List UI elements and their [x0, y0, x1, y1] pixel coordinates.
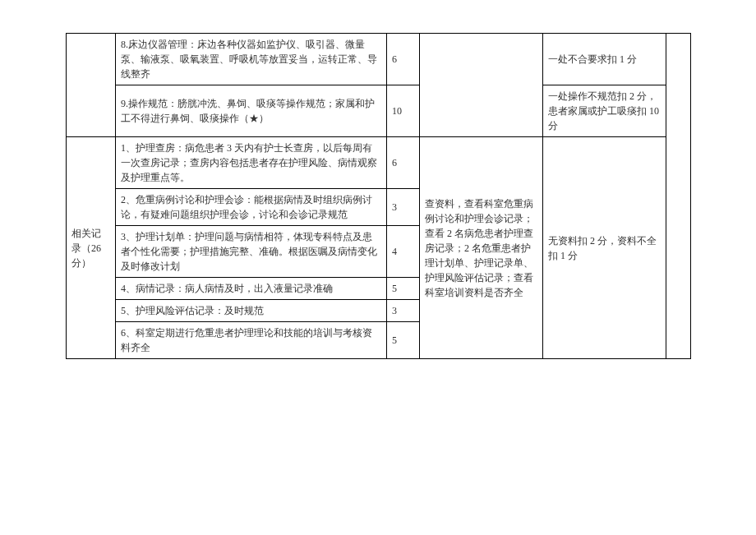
deduct-cell: 一处不合要求扣 1 分 [543, 34, 666, 85]
deduct-cell: 无资料扣 2 分，资料不全扣 1 分 [543, 137, 666, 359]
category-cell: 相关记录（26 分） [67, 137, 116, 359]
category-cell-blank [67, 34, 116, 137]
item-cell: 6、科室定期进行危重患者护理理论和技能的培训与考核资料齐全 [116, 322, 387, 359]
evaluation-table: 8.床边仪器管理：床边各种仪器如监护仪、吸引器、微量泵、输液泵、吸氧装置、呼吸机… [66, 33, 691, 359]
score-cell: 5 [387, 278, 420, 300]
deduct-cell: 一处操作不规范扣 2 分，患者家属或护工吸痰扣 10 分 [543, 85, 666, 137]
item-cell: 9.操作规范：膀胱冲洗、鼻饲、吸痰等操作规范；家属和护工不得进行鼻饲、吸痰操作（… [116, 85, 387, 137]
method-cell-blank [420, 34, 543, 137]
score-cell: 5 [387, 322, 420, 359]
item-cell: 3、护理计划单：护理问题与病情相符，体现专科特点及患者个性化需要；护理措施完整、… [116, 226, 387, 278]
score-cell: 10 [387, 85, 420, 137]
table-row: 9.操作规范：膀胱冲洗、鼻饲、吸痰等操作规范；家属和护工不得进行鼻饲、吸痰操作（… [67, 85, 691, 137]
score-cell: 4 [387, 226, 420, 278]
score-cell: 6 [387, 34, 420, 85]
table-row: 相关记录（26 分） 1、护理查房：病危患者 3 天内有护士长查房，以后每周有一… [67, 137, 691, 189]
score-cell: 6 [387, 137, 420, 189]
blank-cell [666, 34, 691, 359]
item-cell: 5、护理风险评估记录：及时规范 [116, 300, 387, 322]
score-cell: 3 [387, 189, 420, 226]
item-cell: 4、病情记录：病人病情及时，出入液量记录准确 [116, 278, 387, 300]
table-row: 8.床边仪器管理：床边各种仪器如监护仪、吸引器、微量泵、输液泵、吸氧装置、呼吸机… [67, 34, 691, 85]
item-cell: 1、护理查房：病危患者 3 天内有护士长查房，以后每周有一次查房记录；查房内容包… [116, 137, 387, 189]
method-cell: 查资料，查看科室危重病例讨论和护理会诊记录；查看 2 名病危患者护理查房记录；2… [420, 137, 543, 359]
item-cell: 8.床边仪器管理：床边各种仪器如监护仪、吸引器、微量泵、输液泵、吸氧装置、呼吸机… [116, 34, 387, 85]
item-cell: 2、危重病例讨论和护理会诊：能根据病情及时组织病例讨论，有疑难问题组织护理会诊，… [116, 189, 387, 226]
score-cell: 3 [387, 300, 420, 322]
